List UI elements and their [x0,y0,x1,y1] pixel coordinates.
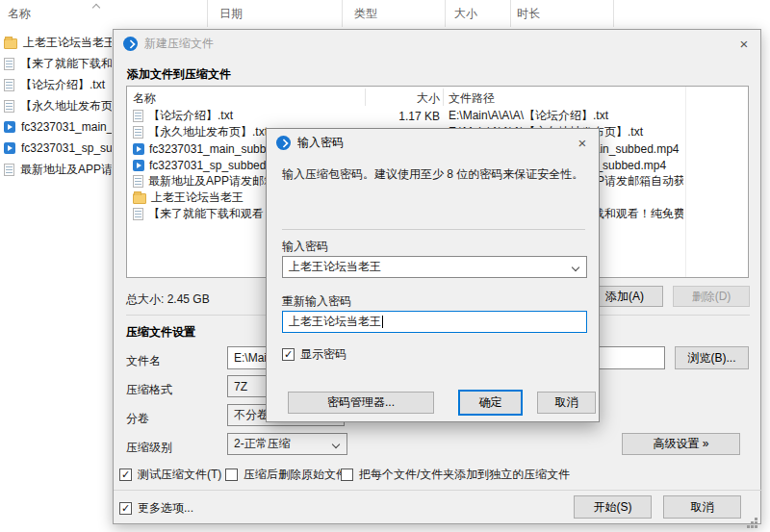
checkbox-icon [341,469,353,481]
list-header: 名称 大小 文件路径 [127,87,748,108]
archive-dialog-titlebar[interactable]: 新建压缩文件 [114,30,760,57]
resize-grip[interactable] [755,518,757,520]
compression-level-dropdown[interactable]: 2-正常压缩 [227,433,347,455]
file-name: fc3237031_main_s [21,120,112,134]
column-header-duration[interactable]: 时长 [517,6,540,22]
divider [282,229,585,230]
explorer-item[interactable]: 最新地址及APP请发 [4,160,112,179]
explorer-item[interactable]: fc3237031_main_s [4,117,112,137]
file-name: 【论坛介绍】.txt [20,77,105,93]
chevron-down-icon [573,265,579,271]
show-password-checkbox[interactable]: ✓ 显示密码 [282,346,346,363]
video-file-icon [133,160,144,171]
checkbox-label: 更多选项... [138,500,193,517]
separate-archives-checkbox[interactable]: 把每个文件/文件夹添加到独立的压缩文件 [341,467,570,483]
bandizip-app-icon [123,37,138,51]
reenter-password-value: 上老王论坛当老王 [289,314,381,330]
archive-settings-title: 压缩文件设置 [126,324,195,341]
explorer-item[interactable]: 【永久地址发布页】 [4,96,112,115]
text-file-icon [4,58,14,70]
file-name: 【永久地址发布页】.txt [148,124,268,140]
footer-divider [114,490,762,491]
text-file-icon [4,100,14,113]
cancel-button[interactable]: 取消 [537,392,596,414]
enter-password-value: 上老王论坛当老王 [289,259,381,275]
compression-level-value: 2-正常压缩 [234,436,291,452]
delete-original-checkbox[interactable]: 压缩后删除原始文件 [225,467,347,483]
reenter-password-input[interactable]: 上老王论坛当老王 [282,311,587,333]
file-name: fc3237031_sp_sub [21,141,112,155]
video-file-icon [133,143,144,155]
enter-password-label: 输入密码 [282,239,328,255]
compression-level-label: 压缩级别 [126,440,172,456]
file-name: 【论坛介绍】.txt [148,108,233,124]
video-file-icon [4,121,15,133]
column-header-size[interactable]: 大小 [454,6,477,22]
filename-label: 文件名 [126,353,161,369]
text-file-icon [4,79,14,91]
column-divider[interactable] [342,0,343,27]
test-archive-checkbox[interactable]: ✓ 测试压缩文件(T) [119,467,221,483]
checkbox-icon: ✓ [282,348,295,361]
more-options-checkbox[interactable]: ✓ 更多选项... [119,500,193,517]
password-manager-button[interactable]: 密码管理器... [288,392,434,414]
list-column-path[interactable]: 文件路径 [449,90,495,107]
column-header-date[interactable]: 日期 [219,6,243,22]
archive-file-row[interactable]: 【论坛介绍】.txt 1.17 KB E:\Main\A\A\A\【论坛介绍】.… [127,108,748,124]
explorer-item[interactable]: 【来了就能下载和观 [4,54,112,73]
file-name: 上老王论坛当老王 [23,35,112,51]
text-file-icon [133,208,143,220]
column-divider [365,89,366,106]
text-file-icon [133,110,143,122]
close-icon[interactable]: × [728,30,760,57]
split-volume-label: 分卷 [126,411,149,427]
explorer-item[interactable]: 【论坛介绍】.txt [4,75,112,94]
file-path: E:\Main\A\A\A\【论坛介绍】.txt [449,108,683,124]
close-icon[interactable]: × [566,129,599,156]
delete-button: 删除(D) [673,286,750,307]
checkbox-label: 把每个文件/文件夹添加到独立的压缩文件 [359,467,570,483]
text-file-icon [4,164,14,176]
enter-password-combobox[interactable]: 上老王论坛当老王 [282,256,587,278]
explorer-item[interactable]: fc3237031_sp_sub [4,139,112,158]
sort-ascending-icon [93,3,100,10]
file-size: 1.17 KB [371,110,440,123]
archive-dialog-title: 新建压缩文件 [144,36,214,52]
chevron-down-icon [333,442,340,448]
enter-password-dialog: 输入密码 × 输入压缩包密码。建议使用至少 8 位的密码来保证安全性。 输入密码… [266,128,600,422]
column-divider[interactable] [613,0,614,27]
advanced-settings-button[interactable]: 高级设置 » [622,433,740,455]
column-divider[interactable] [510,0,511,27]
password-dialog-titlebar[interactable]: 输入密码 [267,129,599,156]
folder-icon [4,38,17,49]
list-column-name[interactable]: 名称 [133,90,156,107]
checkbox-label: 压缩后删除原始文件 [244,467,347,483]
format-label: 压缩格式 [126,382,172,398]
column-divider [443,89,444,106]
column-header-name[interactable]: 名称 [8,6,31,22]
total-size-label: 总大小: 2.45 GB [126,291,210,308]
file-name: 最新地址及APP请发 [20,162,112,178]
column-header-type[interactable]: 类型 [354,6,377,22]
reenter-password-label: 重新输入密码 [282,293,351,310]
checkbox-icon: ✓ [119,502,132,515]
checkbox-label: 测试压缩文件(T) [138,467,221,483]
explorer-item-folder[interactable]: 上老王论坛当老王 [4,33,112,52]
folder-icon [133,193,146,204]
video-file-icon [4,142,15,154]
text-file-icon [133,175,143,188]
add-files-section-title: 添加文件到压缩文件 [127,66,231,83]
cancel-button[interactable]: 取消 [663,495,741,519]
list-column-size[interactable]: 大小 [371,90,440,107]
ok-button[interactable]: 确定 [458,390,523,416]
column-divider[interactable] [207,0,208,27]
column-divider[interactable] [445,0,446,27]
checkbox-icon: ✓ [119,469,132,481]
text-file-icon [133,126,143,139]
checkbox-icon [225,469,238,481]
start-button[interactable]: 开始(S) [574,495,652,519]
text-caret [382,316,383,328]
browse-button[interactable]: 浏览(B)... [675,346,749,369]
bandizip-app-icon [276,136,291,150]
file-name: 【永久地址发布页】 [20,98,112,114]
